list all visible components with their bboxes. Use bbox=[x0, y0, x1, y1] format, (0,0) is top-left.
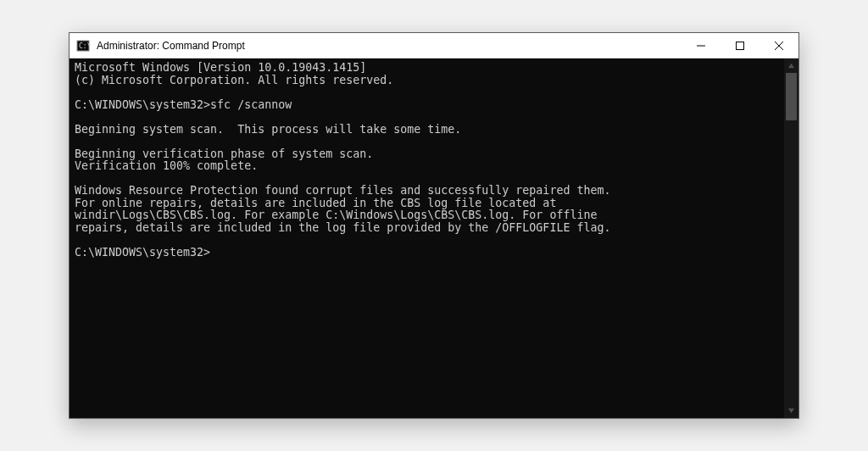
terminal-line: Beginning verification phase of system s… bbox=[75, 148, 779, 161]
svg-marker-6 bbox=[788, 64, 794, 68]
terminal-line bbox=[75, 86, 779, 99]
terminal-area: Microsoft Windows [Version 10.0.19043.14… bbox=[70, 58, 798, 418]
svg-text:C:\: C:\ bbox=[79, 42, 90, 50]
terminal-line: windir\Logs\CBS\CBS.log. For example C:\… bbox=[75, 209, 779, 222]
terminal-line: Microsoft Windows [Version 10.0.19043.14… bbox=[75, 62, 779, 75]
vertical-scrollbar[interactable] bbox=[784, 58, 798, 418]
titlebar[interactable]: C:\ Administrator: Command Prompt bbox=[70, 33, 798, 58]
command-prompt-window: C:\ Administrator: Command Prompt Micros… bbox=[69, 32, 799, 419]
maximize-button[interactable] bbox=[721, 33, 760, 58]
terminal-prompt-line[interactable]: C:\WINDOWS\system32> bbox=[75, 247, 779, 259]
terminal-line bbox=[75, 136, 779, 148]
cmd-icon: C:\ bbox=[76, 39, 90, 53]
terminal-line bbox=[75, 111, 779, 124]
scroll-down-arrow-icon[interactable] bbox=[784, 404, 798, 418]
terminal-output[interactable]: Microsoft Windows [Version 10.0.19043.14… bbox=[70, 58, 784, 418]
svg-marker-7 bbox=[788, 409, 794, 413]
window-controls bbox=[682, 33, 798, 58]
terminal-line: For online repairs, details are included… bbox=[75, 198, 779, 210]
window-title: Administrator: Command Prompt bbox=[97, 40, 245, 52]
terminal-line: repairs, details are included in the log… bbox=[75, 222, 779, 235]
terminal-line bbox=[75, 173, 779, 186]
terminal-line: (c) Microsoft Corporation. All rights re… bbox=[75, 75, 779, 87]
terminal-line: Windows Resource Protection found corrup… bbox=[75, 185, 779, 198]
scroll-up-arrow-icon[interactable] bbox=[784, 58, 798, 73]
minimize-button[interactable] bbox=[682, 33, 721, 58]
terminal-line: Verification 100% complete. bbox=[75, 160, 779, 173]
scrollbar-track[interactable] bbox=[784, 73, 798, 404]
terminal-line bbox=[75, 234, 779, 247]
prompt-path: C:\WINDOWS\system32> bbox=[75, 246, 210, 259]
close-button[interactable] bbox=[760, 33, 798, 58]
titlebar-left: C:\ Administrator: Command Prompt bbox=[70, 39, 245, 53]
terminal-line: C:\WINDOWS\system32>sfc /scannow bbox=[75, 99, 779, 112]
scrollbar-thumb[interactable] bbox=[786, 73, 797, 120]
terminal-line: Beginning system scan. This process will… bbox=[75, 124, 779, 136]
svg-rect-3 bbox=[737, 42, 744, 49]
